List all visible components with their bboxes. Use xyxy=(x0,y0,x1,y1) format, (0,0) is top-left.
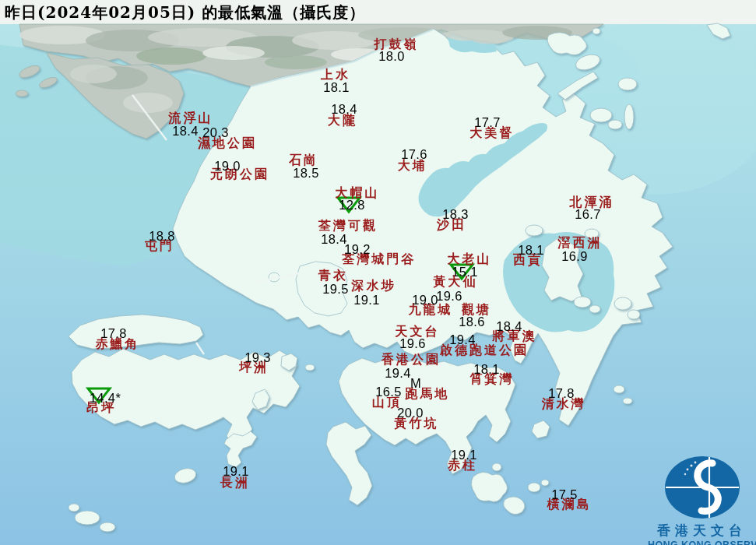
station-temperature: 14.4* xyxy=(90,392,121,405)
station-name: 上水 xyxy=(321,69,350,81)
station-name: 滘西洲 xyxy=(558,237,603,249)
station-temperature: 18.4 xyxy=(496,320,522,333)
station-name: 大埔 xyxy=(398,160,427,172)
station-name: 流浮山 xyxy=(169,112,213,125)
page-title: 昨日(2024年02月05日) 的最低氣溫（攝氏度） xyxy=(5,2,365,23)
hko-name-english: HONG KONG OBSERVATORY xyxy=(648,540,756,545)
station-temperature: 18.0 xyxy=(378,50,405,63)
station-name: 香港公園 xyxy=(382,353,441,366)
station-temperature: 20.0 xyxy=(397,406,424,420)
station-temperature: 19.4 xyxy=(449,333,476,346)
station-temperature: 17.6 xyxy=(401,148,427,161)
weather-map-screen: 昨日(2024年02月05日) 的最低氣溫（攝氏度） 打鼓嶺18.0上水18.1… xyxy=(0,0,756,545)
station-temperature: 18.5 xyxy=(293,167,319,180)
station-temperature: 18.6 xyxy=(459,315,485,329)
station-temperature: 19.1 xyxy=(451,448,477,462)
station-name: 深水埗 xyxy=(352,280,396,292)
station-name: 大老山 xyxy=(448,253,492,265)
station-labels-layer: 打鼓嶺18.0上水18.1大隴18.4流浮山18.4濕地公園20.3元朗公園19… xyxy=(0,0,756,545)
station-temperature: 19.5 xyxy=(322,283,349,296)
station-name: 黃大仙 xyxy=(434,276,478,288)
station-temperature: 17.5 xyxy=(551,488,578,501)
hko-name-chinese: 香港天文台 xyxy=(648,522,756,540)
hko-emblem-icon xyxy=(648,455,756,520)
station-temperature: 18.4 xyxy=(331,103,357,116)
station-temperature: 16.5 xyxy=(375,385,402,399)
station-temperature: 19.4 xyxy=(385,367,411,380)
station-temperature: 18.8 xyxy=(149,230,175,243)
station-temperature: M xyxy=(410,377,421,390)
station-name: 石崗 xyxy=(289,154,318,167)
station-name: 青衣 xyxy=(318,269,348,282)
station-temperature: 19.2 xyxy=(344,243,371,256)
station-temperature: 19.0 xyxy=(412,294,438,307)
station-temperature: 16.9 xyxy=(561,250,588,263)
station-temperature: 12.8 xyxy=(339,199,365,212)
station-temperature: 17.8 xyxy=(100,327,127,340)
station-temperature: 19.1 xyxy=(353,294,380,307)
station-temperature: 19.6 xyxy=(436,290,462,303)
station-temperature: 18.1 xyxy=(323,81,350,94)
hko-logo: 香港天文台 HONG KONG OBSERVATORY xyxy=(648,455,756,545)
station-temperature: 19.3 xyxy=(244,351,271,364)
station-temperature: 16.7 xyxy=(575,208,601,221)
station-temperature: 19.6 xyxy=(399,337,426,350)
station-temperature: 18.1 xyxy=(473,363,500,376)
station-temperature: 19.1 xyxy=(223,465,249,478)
station-temperature: 18.4 xyxy=(172,125,199,138)
station-temperature: 18.3 xyxy=(442,208,469,221)
station-temperature: 20.3 xyxy=(202,126,229,139)
station-temperature: 18.4 xyxy=(321,233,347,246)
station-temperature: 18.1 xyxy=(518,244,544,257)
station-name: 大隴 xyxy=(328,114,357,127)
station-temperature: 17.7 xyxy=(474,116,501,129)
station-name: 荃灣可觀 xyxy=(318,220,378,232)
station-name: 長洲 xyxy=(220,476,250,489)
station-temperature: 19.0 xyxy=(214,160,241,173)
station-temperature: 17.8 xyxy=(548,387,575,400)
